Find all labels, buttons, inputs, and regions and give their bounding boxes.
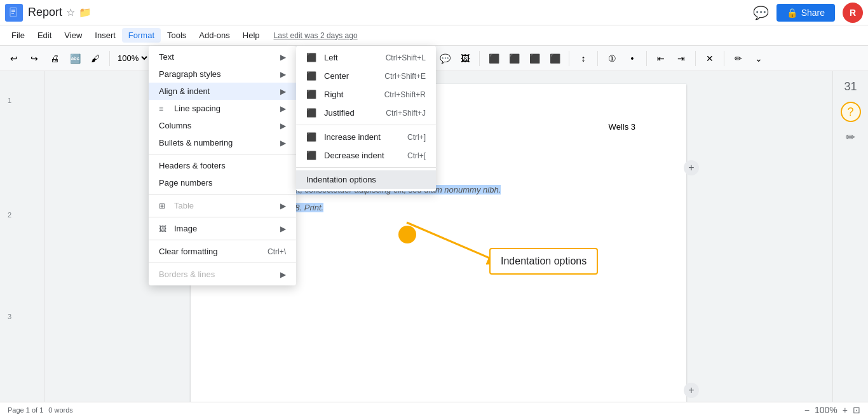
zoom-in-icon[interactable]: + — [843, 405, 848, 415]
page-body-4: umbia UP, 1998. Print. — [241, 202, 635, 215]
align-right-label: Right — [324, 90, 384, 99]
decrease-indent-label: Decrease indent — [324, 151, 407, 160]
spellcheck-button[interactable]: 🔤 — [66, 50, 84, 67]
align-justified-option[interactable]: ⬛ Justified Ctrl+Shift+J — [296, 104, 436, 122]
menu-edit[interactable]: Edit — [31, 28, 58, 43]
divider-5 — [149, 263, 296, 263]
align-justified-icon: ⬛ — [306, 108, 319, 118]
zoom-out-icon[interactable]: − — [804, 405, 810, 415]
page-num-1: 1 — [8, 97, 11, 104]
align-center-label: Center — [324, 71, 384, 81]
align-right-option[interactable]: ⬛ Right Ctrl+Shift+R — [296, 85, 436, 104]
align-center-shortcut: Ctrl+Shift+E — [384, 72, 426, 81]
menu-columns[interactable]: Columns ▶ — [149, 117, 296, 134]
sep9 — [597, 51, 598, 66]
sep12 — [724, 51, 724, 66]
top-right-actions: 💬 🔒 Share R — [753, 3, 863, 23]
sep10 — [646, 51, 647, 66]
doc-title: Report — [28, 6, 62, 19]
suggestion-icon[interactable]: ? — [841, 102, 861, 122]
increase-indent-label: Increase indent — [324, 132, 407, 142]
align-right-button[interactable]: ⬛ — [526, 50, 543, 67]
page-num-2: 2 — [8, 211, 11, 219]
zoom-select[interactable]: 100% — [115, 53, 149, 64]
bullets-arrow: ▶ — [280, 139, 286, 147]
menu-addons[interactable]: Add-ons — [193, 28, 236, 43]
calendar-icon[interactable]: 31 — [841, 76, 861, 97]
add-comment-button[interactable]: + — [684, 160, 699, 175]
numbered-list-button[interactable]: ① — [603, 50, 621, 67]
paint-format-button[interactable]: 🖌 — [86, 50, 104, 67]
comment-button[interactable]: 💬 — [436, 50, 454, 67]
increase-indent-shortcut: Ctrl+] — [407, 133, 426, 142]
image-icon-left: 🖼 — [159, 224, 172, 233]
columns-arrow: ▶ — [280, 121, 286, 130]
decrease-indent-tb[interactable]: ⇤ — [652, 50, 670, 67]
table-arrow: ▶ — [280, 202, 286, 210]
folder-icon[interactable]: 📁 — [79, 6, 92, 18]
avatar[interactable]: R — [843, 3, 863, 23]
align-justified-shortcut: Ctrl+Shift+J — [386, 109, 426, 118]
align-divider-2 — [296, 167, 436, 168]
divider-1 — [149, 154, 296, 154]
line-spacing-button[interactable]: ↕ — [574, 50, 592, 67]
zoom-level: 100% — [815, 405, 837, 415]
page-num-3: 3 — [8, 313, 11, 320]
menu-view[interactable]: View — [58, 28, 88, 43]
decrease-indent-option[interactable]: ⬛ Decrease indent Ctrl+[ — [296, 146, 436, 165]
chat-icon[interactable]: 💬 — [753, 5, 769, 20]
share-button[interactable]: 🔒 Share — [776, 4, 835, 22]
indentation-options-option[interactable]: Indentation options — [296, 170, 436, 189]
increase-indent-tb[interactable]: ⇥ — [672, 50, 690, 67]
increase-indent-icon: ⬛ — [306, 132, 319, 142]
fit-icon[interactable]: ⊡ — [853, 405, 860, 415]
add-content-button[interactable]: + — [684, 383, 699, 398]
last-edit-label[interactable]: Last edit was 2 days ago — [274, 31, 358, 40]
more-button[interactable]: ⌄ — [750, 50, 768, 67]
align-center-button[interactable]: ⬛ — [505, 50, 523, 67]
menu-bullets[interactable]: Bullets & numbering ▶ — [149, 134, 296, 151]
star-icon[interactable]: ☆ — [66, 6, 75, 18]
sep7 — [479, 51, 480, 66]
justify-button[interactable]: ⬛ — [546, 50, 564, 67]
undo-button[interactable]: ↩ — [5, 50, 23, 67]
word-count: 0 words — [48, 406, 73, 414]
menu-line-spacing[interactable]: ≡ Line spacing ▶ — [149, 100, 296, 117]
menu-image[interactable]: 🖼 Image ▶ — [149, 220, 296, 237]
print-button[interactable]: 🖨 — [46, 50, 64, 67]
align-left-icon: ⬛ — [306, 53, 319, 62]
menu-clear-formatting[interactable]: Clear formatting Ctrl+\ — [149, 243, 296, 260]
right-sidebar: 31 ? ✏ ⌄ — [832, 71, 868, 417]
sep1 — [109, 51, 110, 66]
menu-insert[interactable]: Insert — [88, 28, 122, 43]
align-left-shortcut: Ctrl+Shift+L — [386, 53, 426, 62]
borders-arrow: ▶ — [280, 270, 286, 279]
increase-indent-option[interactable]: ⬛ Increase indent Ctrl+] — [296, 128, 436, 146]
left-margin: 1 2 3 — [0, 71, 44, 417]
edit-button[interactable]: ✏ — [729, 50, 747, 67]
format-menu: Text ▶ Paragraph styles ▶ Align & indent… — [149, 46, 296, 285]
menu-table: ⊞ Table ▶ — [149, 197, 296, 214]
bullet-list-button[interactable]: • — [623, 50, 641, 67]
divider-2 — [149, 194, 296, 195]
edit-sidebar-icon[interactable]: ✏ — [841, 127, 861, 147]
menu-align-indent[interactable]: Align & indent ▶ — [149, 83, 296, 100]
image-button[interactable]: 🖼 — [456, 50, 474, 67]
menu-bar: File Edit View Insert Format Tools Add-o… — [0, 25, 868, 46]
clear-format-button[interactable]: ✕ — [701, 50, 719, 67]
align-left-button[interactable]: ⬛ — [485, 50, 503, 67]
redo-button[interactable]: ↪ — [25, 50, 43, 67]
decrease-indent-shortcut: Ctrl+[ — [407, 151, 426, 160]
menu-page-numbers[interactable]: Page numbers — [149, 174, 296, 191]
menu-file[interactable]: File — [5, 28, 31, 43]
align-center-option[interactable]: ⬛ Center Ctrl+Shift+E — [296, 67, 436, 85]
menu-format[interactable]: Format — [122, 28, 161, 43]
align-left-label: Left — [324, 53, 386, 62]
menu-headers[interactable]: Headers & footers — [149, 157, 296, 174]
menu-tools[interactable]: Tools — [161, 28, 193, 43]
menu-help[interactable]: Help — [236, 28, 266, 43]
align-left-option[interactable]: ⬛ Left Ctrl+Shift+L — [296, 48, 436, 67]
menu-text[interactable]: Text ▶ — [149, 48, 296, 65]
align-divider-1 — [296, 125, 436, 125]
menu-paragraph-styles[interactable]: Paragraph styles ▶ — [149, 65, 296, 83]
